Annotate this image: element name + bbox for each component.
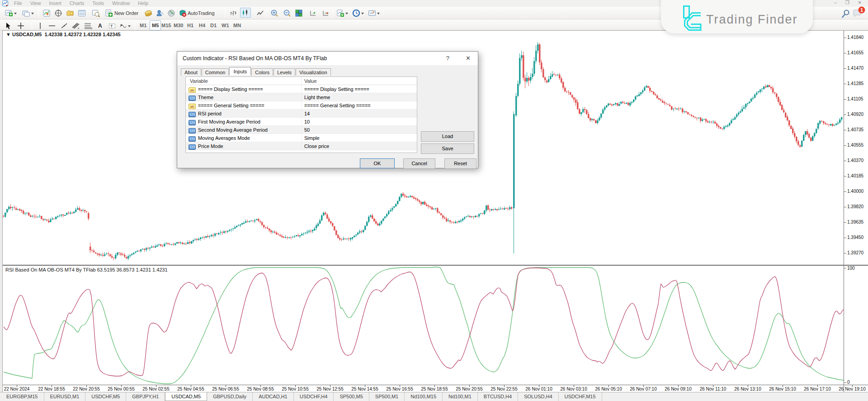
svg-text:A: A [98, 23, 102, 29]
svg-text:e: e [78, 27, 80, 29]
svg-text:T: T [110, 24, 113, 29]
svg-text:1: 1 [860, 7, 863, 13]
svg-text:F: F [91, 27, 93, 30]
